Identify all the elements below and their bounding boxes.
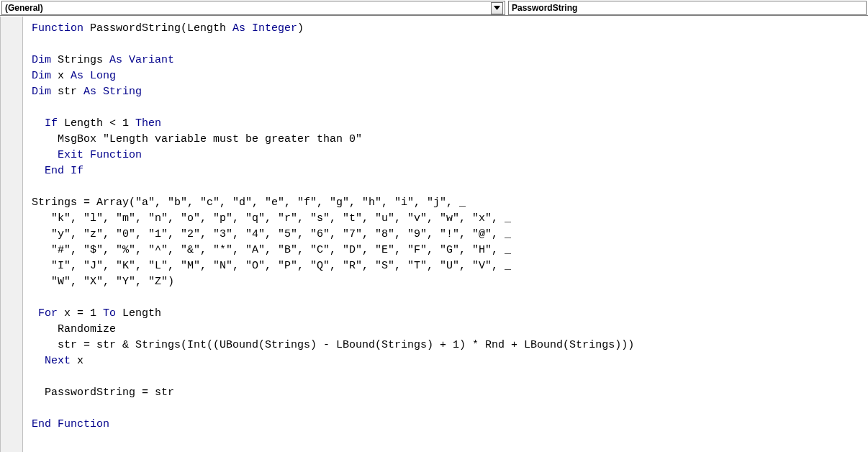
code-pane[interactable]: Function PasswordString(Length As Intege… (23, 17, 868, 452)
object-dropdown-value: (General) (5, 3, 43, 13)
keyword: Function (32, 22, 83, 35)
keyword: If (45, 117, 58, 130)
keyword: Next (45, 355, 71, 367)
top-bar: (General) PasswordString (0, 0, 868, 16)
keyword: If (71, 165, 83, 177)
keyword: Exit Function (58, 149, 142, 161)
procedure-dropdown[interactable]: PasswordString (508, 1, 867, 15)
procedure-dropdown-value: PasswordString (512, 3, 577, 13)
keyword: To (103, 307, 116, 320)
keyword: Dim (32, 54, 51, 66)
keyword: Then (135, 117, 161, 130)
keyword: For (38, 307, 58, 320)
keyword: End Function (32, 418, 109, 430)
margin-indicator-bar[interactable] (0, 17, 23, 452)
keyword: End (45, 165, 64, 177)
keyword: As (232, 22, 245, 35)
keyword: As (83, 86, 96, 98)
keyword: As (71, 70, 83, 82)
keyword: Long (90, 70, 116, 82)
keyword: Dim (32, 86, 51, 98)
dropdown-arrow-icon[interactable] (491, 2, 503, 14)
object-dropdown[interactable]: (General) (1, 1, 505, 15)
keyword: Variant (129, 54, 174, 66)
keyword: Integer (252, 22, 297, 35)
keyword: As (109, 54, 122, 66)
editor-area: Function PasswordString(Length As Intege… (0, 16, 868, 452)
keyword: Dim (32, 70, 51, 82)
keyword: String (103, 86, 142, 98)
svg-marker-0 (494, 6, 500, 10)
